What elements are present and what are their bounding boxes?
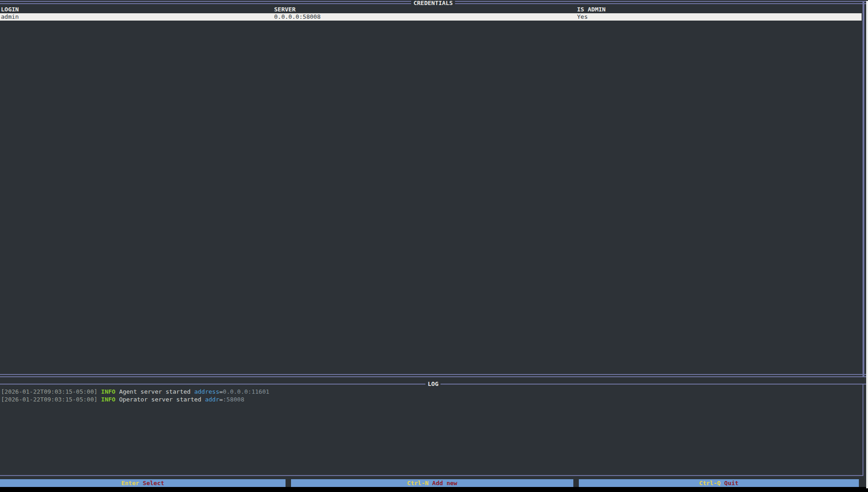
log-timestamp: [2026-01-22T09:03:15-05:00] <box>1 396 97 403</box>
credential-cell-is-admin: Yes <box>577 13 587 21</box>
credentials-panel-title: CREDENTIALS <box>411 0 455 6</box>
log-field-key: address <box>194 388 219 395</box>
log-field-value: 0.0.0.0:11601 <box>223 388 270 395</box>
action-quit: Quit <box>724 480 738 487</box>
column-header-server: SERVER <box>274 6 296 13</box>
hotkey-ctrl-q: Ctrl-Q <box>699 480 720 487</box>
log-border-bottom <box>0 475 863 476</box>
scrollbar[interactable] <box>866 1 868 488</box>
credentials-border-top: CREDENTIALS <box>0 1 866 4</box>
column-header-is-admin: IS ADMIN <box>577 6 606 13</box>
statusbar-add-new-button[interactable]: Ctrl-NAdd new <box>291 479 573 487</box>
log-field-key: addr <box>205 396 219 403</box>
log-border-right <box>863 384 863 476</box>
bottom-margin <box>0 487 868 492</box>
log-field-eq: = <box>219 388 223 395</box>
log-field-eq: = <box>219 396 223 403</box>
credential-row-selected[interactable]: admin 0.0.0.0:58008 Yes <box>0 13 862 21</box>
log-panel-title: LOG <box>425 380 440 387</box>
log-timestamp: [2026-01-22T09:03:15-05:00] <box>1 388 97 395</box>
log-border-top: LOG <box>0 384 866 385</box>
log-level: INFO <box>101 396 115 403</box>
log-field-value: :58008 <box>223 396 244 403</box>
log-lines: [2026-01-22T09:03:15-05:00]INFOAgent ser… <box>1 388 863 403</box>
log-message: Operator server started <box>119 396 201 403</box>
hotkey-enter: Enter <box>121 480 139 487</box>
hotkey-ctrl-n: Ctrl-N <box>407 480 429 487</box>
credentials-border-right <box>863 1 864 376</box>
action-add-new: Add new <box>432 480 457 487</box>
statusbar-select-button[interactable]: EnterSelect <box>0 479 286 487</box>
log-level: INFO <box>101 388 115 395</box>
log-message: Agent server started <box>119 388 191 395</box>
log-entry: [2026-01-22T09:03:15-05:00]INFOOperator … <box>1 396 863 403</box>
column-header-login: LOGIN <box>1 6 19 13</box>
statusbar-quit-button[interactable]: Ctrl-QQuit <box>579 479 859 487</box>
terminal-screen: CREDENTIALS LOGIN SERVER IS ADMIN admin … <box>0 0 868 492</box>
credential-cell-login: admin <box>1 13 19 21</box>
credential-cell-server: 0.0.0.0:58008 <box>274 13 321 21</box>
credentials-header-row: LOGIN SERVER IS ADMIN <box>0 6 862 13</box>
log-entry: [2026-01-22T09:03:15-05:00]INFOAgent ser… <box>1 388 863 396</box>
credentials-border-bottom <box>0 374 866 377</box>
action-select: Select <box>143 480 164 487</box>
